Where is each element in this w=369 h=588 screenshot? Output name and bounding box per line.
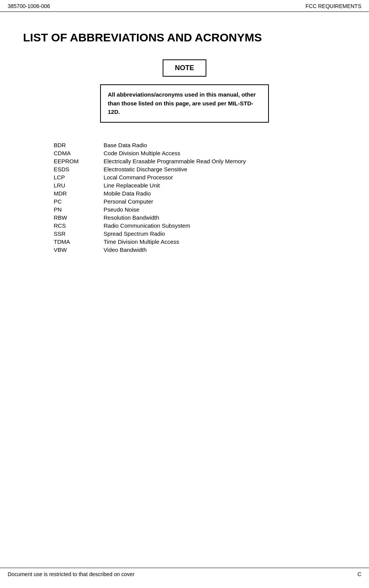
abbr-row: PNPseudo Noise bbox=[54, 206, 346, 213]
notice-box: All abbreviations/acronyms used in this … bbox=[100, 84, 269, 123]
abbr-row: EEPROMElectrically Erasable Programmable… bbox=[54, 158, 346, 164]
page-header: 385700-1006-006 FCC REQUIREMENTS bbox=[0, 0, 369, 12]
abbr-definition: Local Command Processor bbox=[104, 174, 173, 181]
abbr-term: PC bbox=[54, 198, 104, 205]
abbr-row: MDRMobile Data Radio bbox=[54, 190, 346, 197]
footer-left: Document use is restricted to that descr… bbox=[8, 571, 135, 577]
abbr-term: RCS bbox=[54, 222, 104, 229]
abbr-row: BDRBase Data Radio bbox=[54, 142, 346, 148]
abbr-definition: Pseudo Noise bbox=[104, 206, 139, 213]
page-footer: Document use is restricted to that descr… bbox=[0, 568, 369, 580]
abbr-definition: Video Bandwidth bbox=[104, 246, 147, 253]
abbr-definition: Code Division Multiple Access bbox=[104, 150, 180, 156]
abbr-definition: Spread Spectrum Radio bbox=[104, 230, 165, 237]
abbr-row: RCSRadio Communication Subsystem bbox=[54, 222, 346, 229]
page-title: LIST OF ABBREVIATIONS AND ACRONYMS bbox=[23, 31, 346, 44]
abbr-definition: Mobile Data Radio bbox=[104, 190, 151, 197]
abbr-definition: Electrostatic Discharge Sensitive bbox=[104, 166, 187, 172]
note-box: NOTE bbox=[163, 59, 206, 77]
abbr-row: LCPLocal Command Processor bbox=[54, 174, 346, 181]
abbr-term: RBW bbox=[54, 214, 104, 221]
abbr-term: EEPROM bbox=[54, 158, 104, 164]
abbr-definition: Base Data Radio bbox=[104, 142, 147, 148]
abbr-term: SSR bbox=[54, 230, 104, 237]
abbr-term: ESDS bbox=[54, 166, 104, 172]
abbreviations-table: BDRBase Data RadioCDMACode Division Mult… bbox=[54, 142, 346, 253]
abbr-term: VBW bbox=[54, 246, 104, 253]
note-box-container: NOTE bbox=[23, 59, 346, 77]
notice-text: All abbreviations/acronyms used in this … bbox=[108, 90, 261, 117]
abbr-definition: Line Replaceable Unit bbox=[104, 182, 160, 189]
abbr-row: ESDSElectrostatic Discharge Sensitive bbox=[54, 166, 346, 172]
abbr-definition: Radio Communication Subsystem bbox=[104, 222, 190, 229]
abbr-definition: Time Division Multiple Access bbox=[104, 238, 179, 245]
abbr-definition: Resolution Bandwidth bbox=[104, 214, 159, 221]
abbr-definition: Electrically Erasable Programmable Read … bbox=[104, 158, 246, 164]
abbr-row: VBWVideo Bandwidth bbox=[54, 246, 346, 253]
abbr-term: MDR bbox=[54, 190, 104, 197]
document-number: 385700-1006-006 bbox=[8, 3, 50, 9]
abbr-term: BDR bbox=[54, 142, 104, 148]
abbr-row: PCPersonal Computer bbox=[54, 198, 346, 205]
abbr-term: LRU bbox=[54, 182, 104, 189]
abbr-row: RBWResolution Bandwidth bbox=[54, 214, 346, 221]
abbr-row: TDMATime Division Multiple Access bbox=[54, 238, 346, 245]
main-content: LIST OF ABBREVIATIONS AND ACRONYMS NOTE … bbox=[0, 12, 369, 278]
abbr-row: LRULine Replaceable Unit bbox=[54, 182, 346, 189]
abbr-row: SSRSpread Spectrum Radio bbox=[54, 230, 346, 237]
abbr-term: CDMA bbox=[54, 150, 104, 156]
document-category: FCC REQUIREMENTS bbox=[306, 3, 361, 9]
note-label: NOTE bbox=[175, 64, 194, 72]
abbr-term: TDMA bbox=[54, 238, 104, 245]
abbr-row: CDMACode Division Multiple Access bbox=[54, 150, 346, 156]
abbr-term: LCP bbox=[54, 174, 104, 181]
footer-right: C bbox=[357, 571, 361, 577]
abbr-definition: Personal Computer bbox=[104, 198, 153, 205]
abbr-term: PN bbox=[54, 206, 104, 213]
